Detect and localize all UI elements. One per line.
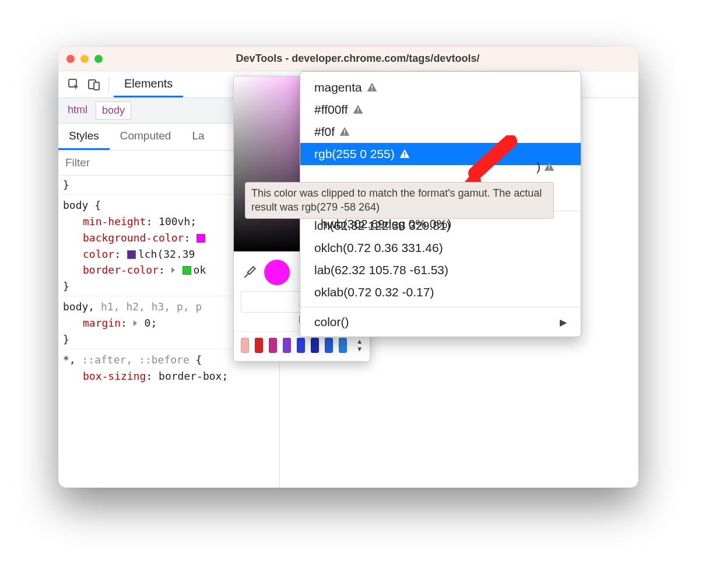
inspect-icon[interactable] [64,75,84,94]
palette-swatch[interactable] [339,338,347,353]
selector-multi-dimmed[interactable]: h1, h2, h3, p, p [101,300,202,313]
prop-box-sizing[interactable]: box-sizing [83,370,146,382]
gamut-tooltip: This color was clipped to match the form… [245,182,554,219]
warning-icon [543,161,556,173]
svg-rect-5 [371,86,373,89]
hsl-fragment[interactable]: ) [536,160,556,174]
svg-rect-11 [404,152,405,155]
palette-swatch[interactable] [311,338,319,353]
swatch-bgcolor[interactable] [196,234,205,243]
svg-rect-12 [404,156,405,157]
expand-margin-icon[interactable] [134,320,137,326]
breadcrumb-body[interactable]: body [96,102,131,120]
palette-swatch[interactable] [241,338,249,353]
palette-swatch[interactable] [297,338,305,353]
subtab-styles[interactable]: Styles [58,124,110,150]
zoom-icon[interactable] [94,55,103,63]
palette-swatch[interactable] [325,338,333,353]
traffic-lights [66,55,103,63]
svg-rect-2 [94,82,99,90]
breadcrumb-html[interactable]: html [62,102,93,120]
svg-rect-8 [357,111,359,113]
warning-icon [338,126,351,138]
minimize-icon[interactable] [80,55,89,63]
hwb-item[interactable]: hwb(302.69deg 0% 0%) [321,217,451,231]
svg-rect-6 [371,89,373,90]
prop-border-color[interactable]: border-color [83,264,159,276]
prop-bgcolor[interactable]: background-color [83,232,184,244]
val-border[interactable]: ok [194,264,206,276]
subtab-layout[interactable]: La [181,124,215,150]
subtab-computed[interactable]: Computed [110,124,182,150]
tab-elements[interactable]: Elements [114,71,183,97]
val-box-sizing[interactable]: border-box; [159,370,228,382]
prop-color[interactable]: color [83,248,114,260]
val-margin[interactable]: 0; [145,317,157,329]
titlebar: DevTools - developer.chrome.com/tags/dev… [58,47,638,71]
palette-swatch[interactable] [255,338,263,353]
svg-rect-4 [549,169,550,170]
svg-rect-3 [549,165,550,168]
warning-icon [352,104,364,116]
format-oklab[interactable]: oklab(0.72 0.32 -0.17) [300,281,581,303]
palette-swatch[interactable] [283,338,291,353]
current-color-swatch[interactable] [264,260,290,285]
prop-margin[interactable]: margin [83,317,121,329]
format-oklch[interactable]: oklch(0.72 0.36 331.46) [300,237,581,259]
close-icon[interactable] [66,55,75,63]
prop-min-height[interactable]: min-height [83,215,146,228]
divider [108,76,109,93]
val-min-height[interactable]: 100vh; [159,215,196,228]
device-toggle-icon[interactable] [84,75,104,94]
selector-star[interactable]: *, [63,354,82,366]
format-lab[interactable]: lab(62.32 105.78 -61.53) [300,259,581,281]
eyedropper-icon[interactable] [242,265,257,280]
palette-swatch[interactable] [269,338,277,353]
dropdown-separator [300,307,581,307]
swatch-color[interactable] [127,250,136,259]
swatch-border[interactable] [182,266,191,275]
svg-rect-10 [344,134,345,135]
svg-rect-9 [344,130,345,133]
warning-icon [366,82,378,93]
chevron-right-icon: ▶ [560,317,567,328]
format-hex-short[interactable]: #f0f [300,121,581,143]
selector-star-dimmed[interactable]: ::after, ::before [82,354,189,366]
expand-icon[interactable] [171,267,175,273]
val-color[interactable]: lch(32.39 [138,248,195,260]
window-title: DevTools - developer.chrome.com/tags/dev… [108,52,630,65]
format-hex[interactable]: #ff00ff [300,99,581,121]
format-magenta[interactable]: magenta [300,76,581,99]
palette-stepper[interactable]: ▲▼ [356,338,363,352]
svg-rect-7 [357,108,359,111]
warning-icon [398,148,411,160]
selector-multi-body[interactable]: body, [63,300,101,313]
format-color-fn[interactable]: color() ▶ [300,311,581,333]
